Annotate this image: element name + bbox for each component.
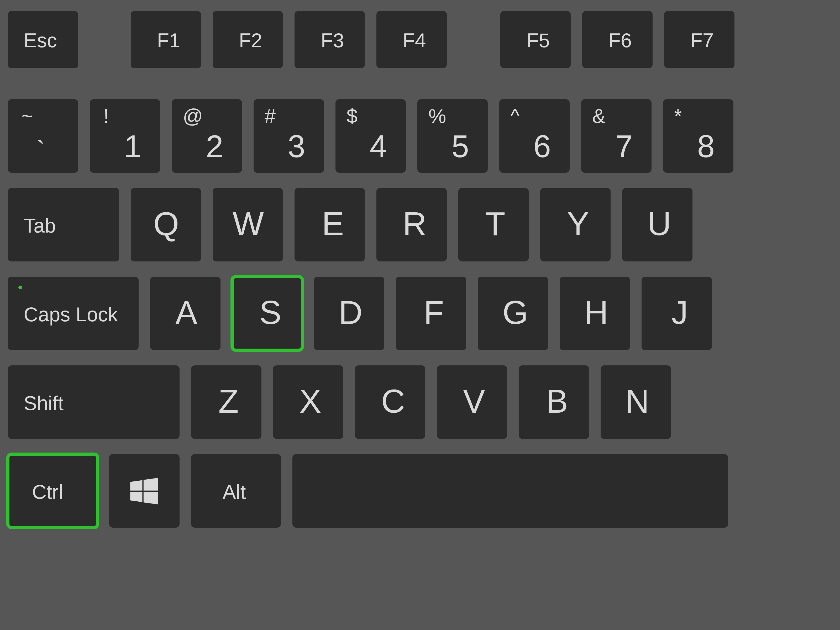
key-label-1: 1 xyxy=(124,128,142,164)
windows-logo-icon xyxy=(129,477,159,507)
key-6[interactable]: ^ 6 xyxy=(499,99,570,173)
key-label-3-shift: # xyxy=(265,104,276,127)
key-tab[interactable]: Tab xyxy=(8,188,119,261)
key-label-u: U xyxy=(647,205,671,243)
key-y[interactable]: Y xyxy=(540,188,611,261)
key-e[interactable]: E xyxy=(295,188,365,261)
key-f3[interactable]: F3 xyxy=(295,11,365,68)
key-5[interactable]: % 5 xyxy=(417,99,488,173)
key-label-backtick: ` xyxy=(36,135,45,165)
key-h[interactable]: H xyxy=(560,277,630,350)
key-label-f1: F1 xyxy=(157,29,180,52)
key-d[interactable]: D xyxy=(314,277,384,350)
key-c[interactable]: C xyxy=(355,365,425,439)
key-8[interactable]: * 8 xyxy=(663,99,733,173)
key-caps-lock[interactable]: Caps Lock xyxy=(8,277,139,350)
key-label-n: N xyxy=(625,382,649,420)
key-b[interactable]: B xyxy=(519,365,589,439)
key-label-tilde: ~ xyxy=(22,104,33,127)
key-label-6-shift: ^ xyxy=(510,104,520,127)
key-label-f4: F4 xyxy=(403,29,426,52)
key-f[interactable]: F xyxy=(396,277,466,350)
key-label-d: D xyxy=(339,294,363,332)
key-label-b: B xyxy=(546,382,568,420)
key-label-5: 5 xyxy=(452,128,469,164)
key-label-caps: Caps Lock xyxy=(24,303,118,326)
key-alt[interactable]: Alt xyxy=(191,454,281,527)
key-v[interactable]: V xyxy=(437,365,507,439)
key-label-q: Q xyxy=(153,205,179,243)
key-4[interactable]: $ 4 xyxy=(335,99,406,173)
key-label-j: J xyxy=(671,294,688,332)
key-label-w: W xyxy=(232,205,264,243)
key-f2[interactable]: F2 xyxy=(213,11,283,68)
key-j[interactable]: J xyxy=(641,277,712,350)
key-label-g: G xyxy=(502,294,528,332)
key-space[interactable] xyxy=(292,454,728,527)
key-s[interactable]: S xyxy=(232,277,302,350)
svg-marker-0 xyxy=(130,480,142,491)
key-2[interactable]: @ 2 xyxy=(172,99,242,173)
key-label-6: 6 xyxy=(534,128,551,164)
key-f4[interactable]: F4 xyxy=(376,11,447,68)
key-q[interactable]: Q xyxy=(131,188,201,261)
key-backtick[interactable]: ~ ` xyxy=(8,99,78,173)
key-g[interactable]: G xyxy=(478,277,548,350)
key-label-tab: Tab xyxy=(24,214,56,237)
key-label-ctrl: Ctrl xyxy=(32,480,63,503)
key-label-c: C xyxy=(381,382,405,420)
keyboard: Esc F1 F2 F3 F4 F5 F6 F7 ~ ` ! 1 @ 2 # 3… xyxy=(0,0,840,630)
key-label-5-shift: % xyxy=(428,104,446,127)
key-label-f: F xyxy=(424,294,444,332)
key-ctrl[interactable]: Ctrl xyxy=(8,454,98,527)
key-label-e: E xyxy=(322,205,344,243)
key-label-a: A xyxy=(175,294,197,332)
svg-marker-3 xyxy=(144,492,158,504)
svg-marker-2 xyxy=(130,492,142,502)
key-label-8-shift: * xyxy=(674,104,682,127)
key-label-f6: F6 xyxy=(608,29,632,52)
key-label-esc: Esc xyxy=(24,29,57,52)
key-z[interactable]: Z xyxy=(191,365,261,439)
key-label-2-shift: @ xyxy=(183,104,203,127)
key-label-t: T xyxy=(485,205,505,243)
key-label-7-shift: & xyxy=(592,104,606,127)
key-label-3: 3 xyxy=(288,128,305,164)
key-t[interactable]: T xyxy=(458,188,529,261)
key-label-8: 8 xyxy=(697,128,715,164)
key-f7[interactable]: F7 xyxy=(664,11,734,68)
key-label-4-shift: $ xyxy=(346,104,357,127)
key-label-y: Y xyxy=(567,205,589,243)
key-label-1-shift: ! xyxy=(103,104,109,127)
key-label-f7: F7 xyxy=(690,29,714,52)
key-n[interactable]: N xyxy=(601,365,671,439)
caps-lock-led-icon xyxy=(18,286,22,289)
key-label-f5: F5 xyxy=(527,29,550,52)
key-label-v: V xyxy=(463,382,485,420)
key-r[interactable]: R xyxy=(376,188,447,261)
key-windows[interactable] xyxy=(109,454,180,527)
key-1[interactable]: ! 1 xyxy=(90,99,160,173)
key-f1[interactable]: F1 xyxy=(131,11,201,68)
key-label-z: Z xyxy=(218,382,238,420)
key-7[interactable]: & 7 xyxy=(581,99,652,173)
key-u[interactable]: U xyxy=(622,188,693,261)
key-x[interactable]: X xyxy=(273,365,343,439)
key-label-alt: Alt xyxy=(223,480,246,503)
key-label-x: X xyxy=(299,382,321,420)
key-label-h: H xyxy=(584,294,608,332)
key-3[interactable]: # 3 xyxy=(254,99,324,173)
key-label-7: 7 xyxy=(615,128,633,164)
key-f6[interactable]: F6 xyxy=(582,11,652,68)
key-label-r: R xyxy=(403,205,426,243)
key-f5[interactable]: F5 xyxy=(501,11,571,68)
key-a[interactable]: A xyxy=(150,277,221,350)
key-shift[interactable]: Shift xyxy=(8,365,180,439)
key-label-4: 4 xyxy=(369,128,387,164)
key-label-2: 2 xyxy=(206,128,223,164)
key-label-f2: F2 xyxy=(239,29,262,52)
key-label-s: S xyxy=(259,294,281,332)
key-esc[interactable]: Esc xyxy=(8,11,78,68)
key-label-f3: F3 xyxy=(321,29,344,52)
key-w[interactable]: W xyxy=(213,188,283,261)
